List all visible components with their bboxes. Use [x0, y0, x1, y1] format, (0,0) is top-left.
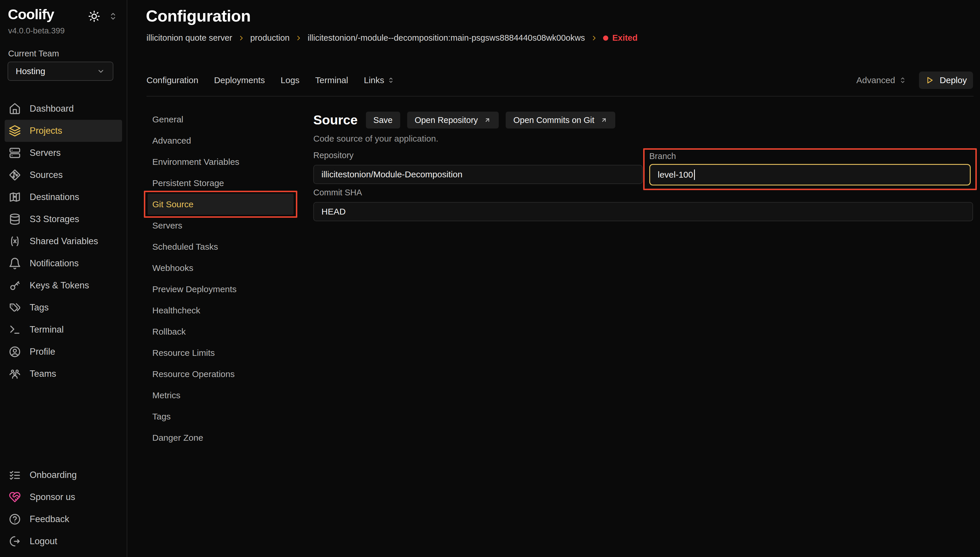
deploy-label: Deploy — [939, 75, 967, 85]
sidebar-collapse-chevrons-icon[interactable] — [108, 11, 118, 21]
sidebar-item-label: Servers — [30, 148, 61, 158]
sidebar-item-sources[interactable]: Sources — [5, 164, 122, 186]
heart-handshake-icon — [9, 491, 21, 503]
logout-icon — [9, 535, 21, 547]
branch-input[interactable]: level-100 — [649, 164, 971, 186]
deploy-button[interactable]: Deploy — [919, 72, 973, 89]
sidebar-item-sponsor-us[interactable]: Sponsor us — [5, 486, 122, 508]
sidebar-item-label: Notifications — [30, 258, 79, 269]
sidebar-item-label: S3 Storages — [30, 214, 80, 225]
tab-deployments[interactable]: Deployments — [214, 75, 265, 85]
sidebar-item-label: Tags — [30, 302, 49, 313]
chevron-right-icon — [590, 34, 598, 42]
config-subnav: GeneralAdvancedEnvironment VariablesPers… — [148, 109, 294, 448]
sidebar-item-servers[interactable]: Servers — [5, 142, 122, 164]
subnav-item-resource-limits[interactable]: Resource Limits — [148, 342, 294, 363]
sidebar-item-label: Feedback — [30, 514, 69, 524]
tabs-row: ConfigurationDeploymentsLogsTerminalLink… — [146, 71, 973, 90]
status-dot — [603, 36, 608, 41]
sidebar-item-dashboard[interactable]: Dashboard — [5, 98, 122, 120]
repository-input[interactable]: illicitestonion/Module-Decomposition — [313, 165, 643, 184]
subnav-item-healthcheck[interactable]: Healthcheck — [148, 300, 294, 321]
app-version: v4.0.0-beta.399 — [8, 26, 65, 36]
advanced-menu[interactable]: Advanced — [856, 75, 907, 85]
terminal-icon — [9, 324, 21, 336]
subnav-item-environment-variables[interactable]: Environment Variables — [148, 151, 294, 173]
commit-sha-input[interactable]: HEAD — [313, 202, 973, 221]
chevron-down-icon — [96, 67, 105, 76]
open-repository-button[interactable]: Open Repository — [407, 112, 499, 129]
sidebar-item-label: Profile — [30, 347, 55, 357]
tabs-list: ConfigurationDeploymentsLogsTerminalLink… — [146, 75, 395, 85]
sidebar-item-feedback[interactable]: Feedback — [5, 508, 122, 530]
tab-configuration[interactable]: Configuration — [146, 75, 198, 85]
sidebar-item-label: Sources — [30, 170, 63, 180]
subnav-item-persistent-storage[interactable]: Persistent Storage — [148, 173, 294, 194]
database-icon — [9, 213, 21, 225]
bell-icon — [9, 257, 21, 269]
advanced-label: Advanced — [856, 75, 895, 85]
main-content: Configuration illicitonion quote serverp… — [127, 0, 980, 557]
breadcrumb-crumbs: illicitonion quote serverproductionillic… — [146, 33, 598, 43]
subnav-item-servers[interactable]: Servers — [148, 215, 294, 236]
chevrons-up-down-icon — [899, 76, 907, 84]
sidebar-item-tags[interactable]: Tags — [5, 296, 122, 319]
checklist-icon — [9, 469, 21, 481]
subnav-item-general[interactable]: General — [148, 109, 294, 130]
sidebar-item-onboarding[interactable]: Onboarding — [5, 464, 122, 486]
subnav-item-danger-zone[interactable]: Danger Zone — [148, 427, 294, 448]
subnav-item-metrics[interactable]: Metrics — [148, 384, 294, 406]
subnav-item-git-source[interactable]: Git Source — [148, 194, 294, 215]
subnav-item-tags[interactable]: Tags — [148, 406, 294, 427]
open-commits-button[interactable]: Open Commits on Git — [506, 112, 615, 129]
theme-toggle-sun-icon[interactable] — [88, 10, 101, 23]
tags-icon — [9, 301, 21, 314]
team-selector-value: Hosting — [16, 66, 46, 76]
sidebar-item-profile[interactable]: Profile — [5, 341, 122, 363]
sidebar-item-label: Keys & Tokens — [30, 280, 89, 291]
breadcrumb-item-0[interactable]: illicitonion quote server — [146, 33, 232, 43]
breadcrumb-item-1[interactable]: production — [250, 33, 289, 43]
sidebar-item-logout[interactable]: Logout — [5, 530, 122, 552]
layers-icon — [9, 125, 21, 137]
sidebar-item-notifications[interactable]: Notifications — [5, 252, 122, 274]
sidebar-item-s3-storages[interactable]: S3 Storages — [5, 208, 122, 230]
server-icon — [9, 147, 21, 159]
page-title: Configuration — [146, 7, 251, 25]
tab-terminal[interactable]: Terminal — [315, 75, 348, 85]
sidebar-item-label: Shared Variables — [30, 236, 98, 246]
text-caret — [694, 169, 695, 180]
sidebar-item-terminal[interactable]: Terminal — [5, 319, 122, 341]
subnav-item-resource-operations[interactable]: Resource Operations — [148, 363, 294, 384]
chevron-right-icon — [295, 34, 302, 42]
sidebar-item-shared-variables[interactable]: Shared Variables — [5, 230, 122, 252]
sidebar-item-projects[interactable]: Projects — [5, 120, 122, 142]
subnav-item-webhooks[interactable]: Webhooks — [148, 257, 294, 278]
map-icon — [9, 191, 21, 203]
save-button[interactable]: Save — [366, 112, 400, 129]
team-selector[interactable]: Hosting — [8, 62, 113, 81]
subnav-item-advanced[interactable]: Advanced — [148, 130, 294, 151]
sidebar-item-keys-tokens[interactable]: Keys & Tokens — [5, 274, 122, 296]
subnav-item-preview-deployments[interactable]: Preview Deployments — [148, 278, 294, 300]
commit-sha-label: Commit SHA — [313, 188, 973, 197]
subnav-item-scheduled-tasks[interactable]: Scheduled Tasks — [148, 236, 294, 257]
sidebar-item-label: Sponsor us — [30, 492, 75, 502]
help-circle-icon — [9, 513, 21, 525]
key-icon — [9, 279, 21, 292]
sidebar-footer-nav: OnboardingSponsor usFeedbackLogout — [0, 464, 127, 552]
subnav-item-rollback[interactable]: Rollback — [148, 321, 294, 342]
tab-logs[interactable]: Logs — [281, 75, 300, 85]
sidebar-item-label: Teams — [30, 369, 56, 379]
status-text: Exited — [612, 33, 638, 43]
breadcrumb-item-2[interactable]: illicitestonion/-module--decomposition:m… — [307, 33, 585, 43]
app-logo: Coolify — [8, 7, 54, 22]
branch-field-group: Branch level-100 — [643, 148, 977, 190]
sidebar-item-label: Onboarding — [30, 470, 77, 480]
sidebar-item-destinations[interactable]: Destinations — [5, 186, 122, 208]
repository-field-group: Repository illicitestonion/Module-Decomp… — [313, 151, 643, 184]
status-badge: Exited — [603, 33, 638, 43]
sidebar-nav: DashboardProjectsServersSourcesDestinati… — [0, 98, 127, 385]
tab-links[interactable]: Links — [364, 75, 395, 85]
sidebar-item-teams[interactable]: Teams — [5, 363, 122, 385]
